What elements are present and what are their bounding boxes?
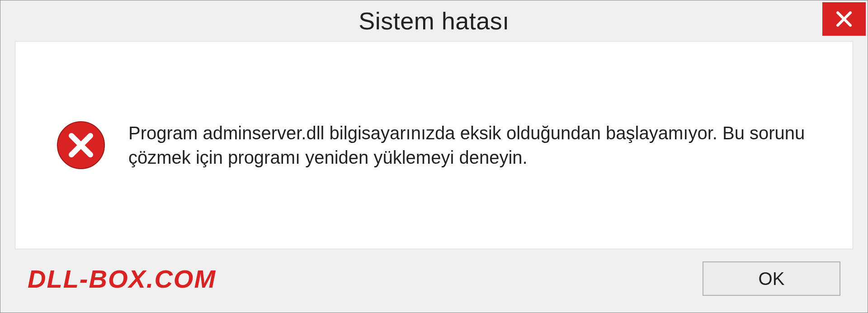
close-button[interactable] [822,2,866,36]
titlebar: Sistem hatası [0,0,868,41]
dialog-title: Sistem hatası [359,7,509,35]
error-message: Program adminserver.dll bilgisayarınızda… [128,121,821,170]
footer: DLL-BOX.COM OK [0,258,868,313]
error-dialog: Sistem hatası Program adminserver.dll bi… [0,0,868,313]
ok-button[interactable]: OK [703,261,840,296]
content-panel: Program adminserver.dll bilgisayarınızda… [15,41,853,249]
close-icon [835,10,853,28]
watermark-text: DLL-BOX.COM [28,264,216,294]
error-icon [56,120,106,170]
